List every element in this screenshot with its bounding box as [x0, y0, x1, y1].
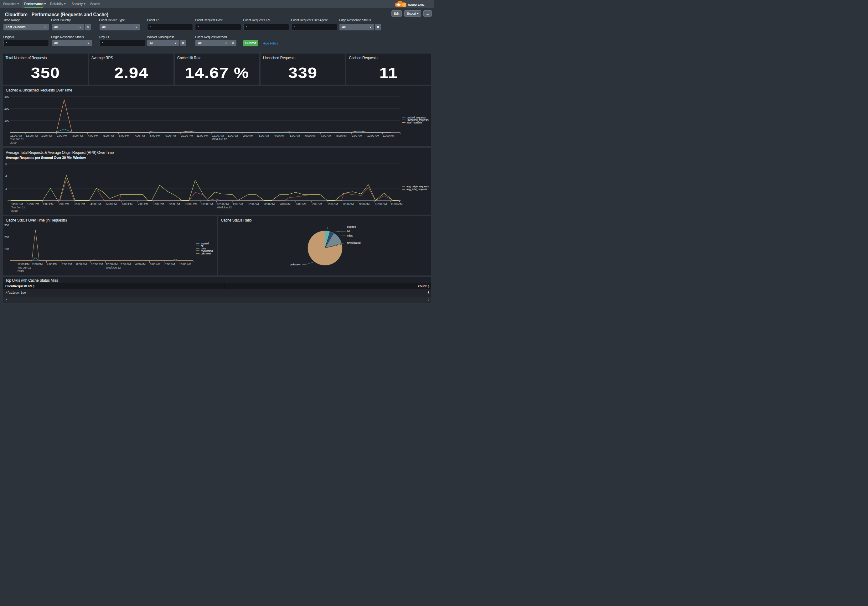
svg-text:200: 200 [5, 107, 9, 110]
svg-text:hit: hit [347, 229, 350, 233]
svg-text:12:00 PM: 12:00 PM [26, 134, 38, 137]
svg-text:4:00 AM: 4:00 AM [280, 202, 290, 205]
svg-text:6:00 PM: 6:00 PM [119, 134, 129, 137]
svg-text:4: 4 [5, 174, 6, 178]
svg-text:Tue Jun 11: Tue Jun 11 [17, 266, 31, 269]
svg-text:8:00 AM: 8:00 AM [336, 134, 346, 137]
svg-text:11:00 AM: 11:00 AM [10, 134, 22, 137]
svg-text:9:00 AM: 9:00 AM [352, 134, 362, 137]
svg-text:2:00 PM: 2:00 PM [32, 262, 43, 266]
svg-text:6:00 AM: 6:00 AM [312, 202, 322, 205]
svg-text:1:00 AM: 1:00 AM [227, 134, 238, 137]
svg-text:unknown: unknown [290, 263, 301, 266]
svg-text:12:00 AM: 12:00 AM [212, 134, 224, 137]
svg-text:1:00 PM: 1:00 PM [41, 134, 52, 137]
svg-text:5:00 PM: 5:00 PM [106, 202, 117, 205]
svg-text:11:00 AM: 11:00 AM [383, 134, 394, 137]
svg-text:12:00 PM: 12:00 PM [27, 202, 39, 205]
svg-text:10:00 AM: 10:00 AM [367, 134, 379, 137]
svg-text:5:00 PM: 5:00 PM [103, 134, 114, 137]
svg-text:11:00 AM: 11:00 AM [11, 202, 23, 205]
svg-text:revalidated: revalidated [347, 241, 360, 244]
svg-text:Tue Jun 11: Tue Jun 11 [10, 137, 23, 141]
svg-text:2019: 2019 [17, 269, 23, 273]
svg-text:4:00 PM: 4:00 PM [46, 262, 57, 266]
svg-text:1:00 PM: 1:00 PM [43, 202, 54, 205]
svg-text:10:00 PM: 10:00 PM [91, 262, 103, 266]
svg-text:8:00 PM: 8:00 PM [150, 134, 160, 137]
svg-text:2:00 AM: 2:00 AM [248, 202, 259, 205]
svg-text:4:00 AM: 4:00 AM [274, 134, 284, 137]
svg-text:7:00 AM: 7:00 AM [321, 134, 331, 137]
svg-text:7:00 PM: 7:00 PM [134, 134, 145, 137]
svg-text:9:00 AM: 9:00 AM [359, 202, 369, 205]
svg-text:3:00 AM: 3:00 AM [264, 202, 274, 205]
svg-text:11:00 PM: 11:00 PM [196, 134, 208, 137]
svg-text:2019: 2019 [11, 209, 17, 212]
svg-text:8:00 AM: 8:00 AM [164, 262, 175, 266]
svg-text:9:00 PM: 9:00 PM [169, 202, 180, 205]
svg-text:300: 300 [5, 95, 9, 98]
svg-text:12:00 AM: 12:00 AM [217, 202, 229, 205]
svg-text:4:00 PM: 4:00 PM [88, 134, 98, 137]
svg-text:4:00 AM: 4:00 AM [135, 262, 145, 266]
svg-text:8:00 AM: 8:00 AM [343, 202, 353, 205]
svg-text:CLOUDFLARE: CLOUDFLARE [408, 3, 425, 6]
svg-text:200: 200 [4, 235, 9, 239]
svg-text:expired: expired [347, 225, 356, 228]
svg-text:2: 2 [5, 186, 6, 190]
svg-text:6:00 AM: 6:00 AM [305, 134, 315, 137]
svg-text:7:00 AM: 7:00 AM [327, 202, 338, 205]
svg-text:100: 100 [5, 119, 9, 122]
svg-text:2:00 PM: 2:00 PM [59, 202, 69, 205]
svg-text:100: 100 [4, 247, 9, 251]
svg-text:Wed Jun 12: Wed Jun 12 [212, 137, 227, 141]
svg-text:10:00 PM: 10:00 PM [181, 134, 193, 137]
svg-text:5:00 AM: 5:00 AM [289, 134, 300, 137]
svg-text:6: 6 [5, 162, 6, 165]
svg-text:3:00 PM: 3:00 PM [74, 202, 85, 205]
svg-text:8:00 PM: 8:00 PM [153, 202, 164, 205]
svg-text:2:00 AM: 2:00 AM [120, 262, 130, 266]
svg-text:miss: miss [347, 234, 353, 237]
svg-text:10:00 AM: 10:00 AM [375, 202, 387, 205]
svg-text:2019: 2019 [10, 141, 16, 144]
svg-text:9:00 PM: 9:00 PM [165, 134, 176, 137]
svg-text:7:00 PM: 7:00 PM [138, 202, 149, 205]
svg-text:3:00 AM: 3:00 AM [258, 134, 269, 137]
svg-text:5:00 AM: 5:00 AM [296, 202, 306, 205]
svg-text:Wed Jun 12: Wed Jun 12 [105, 266, 121, 269]
svg-text:10:00 PM: 10:00 PM [185, 202, 197, 205]
svg-text:300: 300 [4, 224, 9, 227]
svg-text:6:00 PM: 6:00 PM [122, 202, 132, 205]
svg-text:Wed Jun 12: Wed Jun 12 [217, 205, 232, 209]
svg-text:4:00 PM: 4:00 PM [90, 202, 101, 205]
svg-text:avg_total_requests: avg_total_requests [406, 187, 427, 191]
svg-text:8:00 PM: 8:00 PM [76, 262, 87, 266]
svg-text:2:00 PM: 2:00 PM [57, 134, 67, 137]
svg-text:6:00 AM: 6:00 AM [150, 262, 160, 266]
svg-text:12:00 PM: 12:00 PM [17, 262, 29, 266]
svg-text:Tue Jun 11: Tue Jun 11 [11, 205, 25, 209]
svg-text:total_requests: total_requests [407, 121, 422, 124]
svg-text:1:00 AM: 1:00 AM [232, 202, 243, 205]
svg-text:11:00 PM: 11:00 PM [201, 202, 213, 205]
svg-text:11:00 AM: 11:00 AM [391, 202, 402, 205]
svg-text:unknown: unknown [201, 252, 211, 255]
svg-text:6:00 PM: 6:00 PM [61, 262, 72, 266]
svg-text:2:00 AM: 2:00 AM [243, 134, 253, 137]
svg-text:10:00 AM: 10:00 AM [179, 262, 191, 266]
svg-text:3:00 PM: 3:00 PM [72, 134, 83, 137]
svg-text:12:00 AM: 12:00 AM [105, 262, 118, 266]
